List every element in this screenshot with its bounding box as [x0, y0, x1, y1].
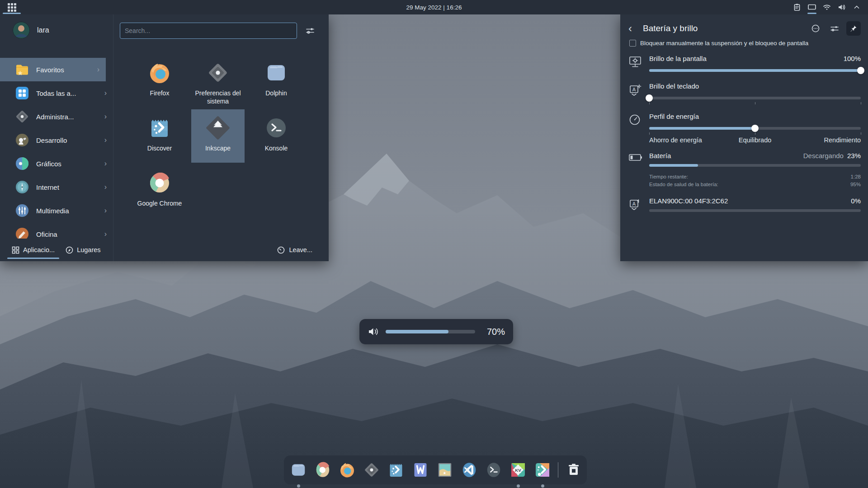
app-tile-inkscape[interactable]: Inkscape [191, 109, 245, 163]
category-administracion[interactable]: Administra... › [0, 105, 113, 128]
display-icon[interactable] [806, 0, 818, 14]
lock-checkbox-label: Bloquear manualmente la suspensión y el … [640, 40, 808, 47]
user-name: lara [37, 26, 49, 34]
category-graficos[interactable]: Gráficos › [0, 152, 113, 175]
leave-button[interactable]: Leave... [277, 246, 312, 254]
tab-label: Lugares [77, 246, 100, 253]
search-input[interactable] [120, 23, 297, 39]
detail-label: Estado de salud de la batería: [649, 181, 718, 188]
tab-lugares[interactable]: Lugares [60, 239, 106, 261]
battery-label: Batería [649, 152, 671, 160]
system-settings-icon[interactable] [362, 460, 382, 480]
back-button[interactable]: ‹ [628, 23, 640, 34]
administration-gear-icon [14, 109, 30, 124]
category-desarrollo[interactable]: Desarrollo › [0, 128, 113, 152]
clipboard-icon[interactable] [791, 0, 803, 14]
slider-handle[interactable] [751, 125, 759, 132]
power-profile-label: Perfil de energía [649, 113, 699, 120]
power-profile-slider[interactable] [649, 125, 861, 132]
dolphin-icon[interactable] [288, 460, 308, 480]
chevron-right-icon: › [97, 66, 99, 74]
chevron-right-icon: › [104, 206, 107, 215]
detail-value: 1:28 [851, 173, 861, 181]
detail-value: 95% [850, 181, 861, 188]
tab-aplicaciones[interactable]: Aplicacio... [6, 239, 60, 261]
user-header[interactable]: lara [0, 14, 113, 46]
writer-icon[interactable] [410, 460, 430, 480]
peripheral-value: 0% [851, 197, 861, 205]
app-tile-discover[interactable]: Discover [133, 109, 186, 163]
discover-icon[interactable] [386, 460, 406, 480]
svg-text:KV: KV [515, 468, 521, 473]
category-multimedia[interactable]: Multimedia › [0, 199, 113, 222]
category-todas-las-aplicaciones[interactable]: Todas las a... › [0, 81, 113, 105]
desktop: 29 May 2022 | 16:26 [0, 0, 868, 488]
vscode-icon[interactable] [459, 460, 479, 480]
chevron-right-icon: › [104, 160, 107, 168]
category-internet[interactable]: Internet › [0, 175, 113, 199]
trash-icon[interactable] [564, 460, 584, 480]
keyboard-brightness-icon: A [628, 82, 649, 104]
app-tile-google-chrome[interactable]: Google Chrome [133, 164, 186, 218]
slider-ticks [649, 102, 861, 104]
svg-text:A: A [632, 201, 636, 206]
category-label: Multimedia [36, 207, 98, 215]
slider-handle[interactable] [646, 94, 653, 102]
app-tile-preferencias-del-sistema[interactable]: Preferencias del sistema [191, 54, 245, 108]
option-rendimiento[interactable]: Rendimiento [824, 136, 861, 144]
tab-active-underline [7, 258, 59, 259]
volume-value: 70% [481, 327, 505, 337]
category-list: Favoritos › Todas las a... › Administra.… [0, 58, 113, 239]
category-oficina[interactable]: Oficina › [0, 222, 113, 239]
multimedia-sliders-icon [14, 203, 30, 218]
lock-checkbox[interactable] [629, 40, 636, 47]
running-indicator [517, 484, 520, 488]
touchpad-device-icon: A [628, 197, 649, 212]
option-ahorro[interactable]: Ahorro de energía [649, 136, 702, 144]
app-grid: Firefox Preferencias del sistema Dolphin… [133, 54, 307, 218]
firefox-icon[interactable] [337, 460, 357, 480]
chevron-right-icon: › [104, 230, 107, 238]
screen-brightness-slider[interactable] [649, 67, 861, 74]
search-row [120, 23, 321, 39]
konsole-icon[interactable] [484, 460, 504, 480]
slider-handle[interactable] [857, 67, 864, 74]
pin-icon[interactable] [846, 21, 861, 36]
kvantum-icon[interactable]: KV [508, 460, 528, 480]
volume-osd: 70% [359, 319, 513, 344]
peripheral-battery-row: A ELAN900C:00 04F3:2C62 0% [628, 197, 861, 212]
configure-icon[interactable] [827, 21, 842, 36]
keyboard-brightness-slider[interactable] [649, 94, 861, 102]
circle-ellipsis-icon[interactable] [808, 21, 823, 36]
google-chrome-icon[interactable] [313, 460, 333, 480]
configure-search-icon[interactable] [305, 26, 315, 36]
chevron-right-icon: › [104, 136, 107, 144]
battery-details: Tiempo restante: 1:28 Estado de salud de… [649, 173, 861, 189]
system-settings-icon [204, 59, 232, 87]
app-tile-dolphin[interactable]: Dolphin [250, 54, 303, 108]
monitor-brightness-icon [628, 55, 649, 74]
screen-brightness-row: Brillo de la pantalla 100% [628, 55, 861, 74]
option-equilibrado[interactable]: Equilibrado [739, 136, 772, 144]
clock[interactable]: 29 May 2022 | 16:26 [0, 4, 868, 11]
volume-icon[interactable] [836, 0, 848, 14]
category-favoritos[interactable]: Favoritos › [0, 58, 106, 81]
category-label: Oficina [36, 230, 98, 238]
running-indicator [541, 484, 544, 488]
power-profile-row: Perfil de energía Ahorro de energía Equi… [628, 113, 861, 144]
category-label: Todas las a... [36, 89, 98, 97]
keyboard-brightness-row: A Brillo del teclado [628, 82, 861, 104]
launcher-arrow-icon[interactable] [533, 460, 552, 480]
app-tile-firefox[interactable]: Firefox [133, 54, 186, 108]
dolphin-icon [262, 59, 290, 87]
chevron-up-icon[interactable] [851, 0, 863, 14]
tray-active-underline [807, 13, 816, 14]
application-launcher-popup: lara Favoritos › Todas las a... › [0, 14, 329, 261]
panel-title: Batería y brillo [643, 23, 698, 33]
launcher-footer: Aplicacio... Lugares Leave... [0, 239, 329, 261]
konsole-icon [262, 114, 290, 142]
app-tile-konsole[interactable]: Konsole [250, 109, 303, 163]
image-viewer-icon[interactable] [435, 460, 455, 480]
wifi-icon[interactable] [821, 0, 833, 14]
internet-globe-icon [14, 179, 30, 195]
